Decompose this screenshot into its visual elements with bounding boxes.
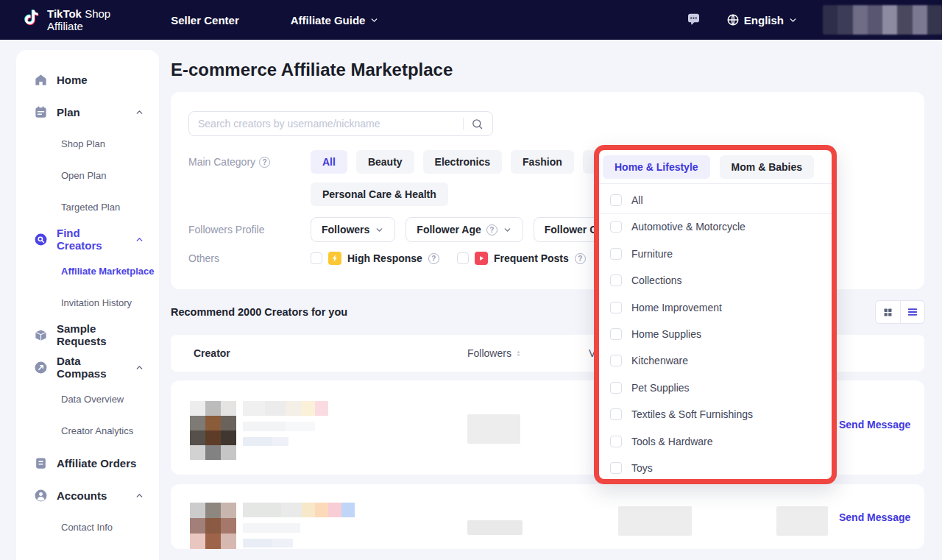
sidebar-subitem-affiliate-marketplace[interactable]: Affiliate Marketplace — [16, 255, 159, 287]
filter-option-high-response[interactable]: High Response? — [311, 252, 439, 265]
redacted-pixel — [823, 5, 837, 35]
column-followers[interactable]: Followers — [467, 335, 523, 372]
dropdown-option-home-supplies[interactable]: Home Supplies — [599, 321, 832, 347]
list-view-button[interactable] — [900, 301, 924, 323]
dropdown-label: Followers — [322, 224, 369, 235]
divider — [599, 213, 832, 214]
redacted-pixel — [837, 5, 852, 35]
top-navbar: TikTok Shop Affiliate Seller CenterAffil… — [0, 0, 942, 40]
redacted-pixel — [221, 416, 236, 430]
redacted-pixel — [221, 518, 236, 534]
sidebar-item-sample-requests[interactable]: Sample Requests — [16, 319, 159, 351]
redacted-pixel — [190, 401, 205, 416]
redacted-pixel — [221, 445, 236, 460]
chat-icon[interactable] — [686, 13, 701, 27]
recommend-heading: Recommend 2000 Creators for you — [171, 306, 347, 318]
sidebar-subitem-data-overview[interactable]: Data Overview — [16, 383, 159, 415]
dropdown-option-all[interactable]: All — [599, 187, 832, 213]
category-dropdown-highlight: Home & LifestyleMom & Babies AllAutomoti… — [594, 145, 837, 484]
follower-age-dropdown[interactable]: Follower Age? — [406, 217, 523, 242]
user-account-redacted[interactable] — [823, 5, 942, 35]
checkbox[interactable] — [610, 436, 622, 447]
dropdown-option-furniture[interactable]: Furniture — [599, 241, 832, 267]
redacted-text-line — [243, 539, 293, 547]
checkbox[interactable] — [610, 248, 622, 260]
dropdown-option-collections[interactable]: Collections — [599, 267, 832, 294]
checkbox[interactable] — [610, 355, 622, 366]
redacted-pixel — [243, 503, 281, 517]
nav-link-seller-center[interactable]: Seller Center — [171, 14, 239, 26]
search-box[interactable] — [188, 111, 493, 136]
sidebar-subitem-contact-info[interactable]: Contact Info — [16, 511, 159, 543]
dropdown-label: Follower Age — [417, 224, 481, 235]
checkbox[interactable] — [610, 221, 622, 233]
dropdown-option-automotive-motorcycle[interactable]: Automotive & Motorcycle — [599, 213, 832, 240]
search-input[interactable] — [198, 118, 463, 130]
dropdown-option-label: Tools & Hardware — [631, 436, 713, 447]
category-chip-mom-babies[interactable]: Mom & Babies — [720, 155, 814, 179]
help-icon[interactable]: ? — [259, 157, 270, 168]
category-chip-fashion[interactable]: Fashion — [511, 150, 574, 174]
redacted-pixel — [243, 422, 286, 431]
dropdown-option-toys[interactable]: Toys — [599, 455, 832, 481]
filter-option-frequent-posts[interactable]: Frequent Posts? — [457, 252, 586, 265]
help-icon[interactable]: ? — [428, 253, 439, 264]
category-chip-beauty[interactable]: Beauty — [356, 150, 414, 174]
send-message-button[interactable]: Send Message — [839, 419, 910, 430]
checkbox[interactable] — [610, 302, 622, 313]
redacted-text-line — [243, 437, 288, 446]
checkbox[interactable] — [610, 274, 622, 286]
checkbox[interactable] — [610, 382, 622, 394]
others-label: Others — [188, 252, 311, 264]
sidebar-item-data-compass[interactable]: Data Compass — [16, 351, 159, 383]
sort-icon[interactable] — [514, 350, 523, 358]
sidebar-item-home[interactable]: Home — [16, 63, 159, 96]
tiktok-shop-affiliate-logo[interactable]: TikTok Shop Affiliate — [22, 7, 110, 32]
redacted-pixel — [882, 5, 897, 35]
checkbox[interactable] — [610, 328, 622, 340]
category-chip-personal-care-health[interactable]: Personal Care & Health — [311, 182, 448, 206]
checkbox[interactable] — [311, 252, 322, 264]
dropdown-option-label: Kitchenware — [631, 355, 688, 366]
redacted-pixel — [205, 401, 221, 416]
help-icon[interactable]: ? — [486, 224, 497, 235]
sidebar-subitem-shop-plan[interactable]: Shop Plan — [16, 128, 159, 160]
category-chip-home-lifestyle[interactable]: Home & Lifestyle — [603, 155, 710, 179]
creator-row[interactable]: Send Message — [171, 484, 924, 549]
dropdown-option-pet-supplies[interactable]: Pet Supplies — [599, 375, 832, 401]
redacted-pixel — [272, 437, 288, 446]
checkbox[interactable] — [457, 252, 469, 264]
dropdown-option-textiles-soft-furnishings[interactable]: Textiles & Soft Furnishings — [599, 401, 832, 428]
redacted-pixel — [286, 401, 302, 416]
sidebar-item-find-creators[interactable]: Find Creators — [16, 223, 159, 255]
checkbox[interactable] — [610, 408, 622, 420]
sidebar-item-affiliate-orders[interactable]: Affiliate Orders — [16, 447, 159, 479]
language-selector[interactable]: English — [726, 13, 798, 26]
sidebar-subitem-creator-analytics[interactable]: Creator Analytics — [16, 415, 159, 447]
category-chip-all[interactable]: All — [311, 150, 347, 174]
checkbox[interactable] — [610, 194, 622, 206]
sidebar-item-plan[interactable]: Plan — [16, 96, 159, 128]
category-chip-electronics[interactable]: Electronics — [423, 150, 502, 174]
sidebar-item-label: Plan — [57, 106, 80, 118]
search-icon[interactable] — [471, 118, 484, 130]
grid-view-button[interactable] — [876, 301, 900, 323]
divider — [599, 183, 832, 184]
chevron-down-icon — [503, 225, 512, 235]
dropdown-option-home-improvement[interactable]: Home Improvement — [599, 294, 832, 321]
nav-link-label: Affiliate Guide — [291, 14, 366, 26]
checkbox[interactable] — [610, 462, 622, 474]
nav-link-affiliate-guide[interactable]: Affiliate Guide — [291, 14, 380, 26]
followers-dropdown[interactable]: Followers — [311, 217, 395, 242]
sidebar-subitem-open-plan[interactable]: Open Plan — [16, 160, 159, 191]
accounts-icon — [34, 489, 48, 503]
sidebar-subitem-targeted-plan[interactable]: Targeted Plan — [16, 191, 159, 223]
send-message-button[interactable]: Send Message — [839, 511, 910, 523]
dropdown-option-kitchenware[interactable]: Kitchenware — [599, 347, 832, 374]
sidebar-subitem-invitation-history[interactable]: Invitation History — [16, 287, 159, 319]
dropdown-option-tools-hardware[interactable]: Tools & Hardware — [599, 428, 832, 455]
help-icon[interactable]: ? — [575, 253, 586, 264]
chevron-down-icon — [788, 15, 798, 25]
find-creators-icon — [34, 233, 48, 247]
sidebar-item-accounts[interactable]: Accounts — [16, 479, 159, 511]
